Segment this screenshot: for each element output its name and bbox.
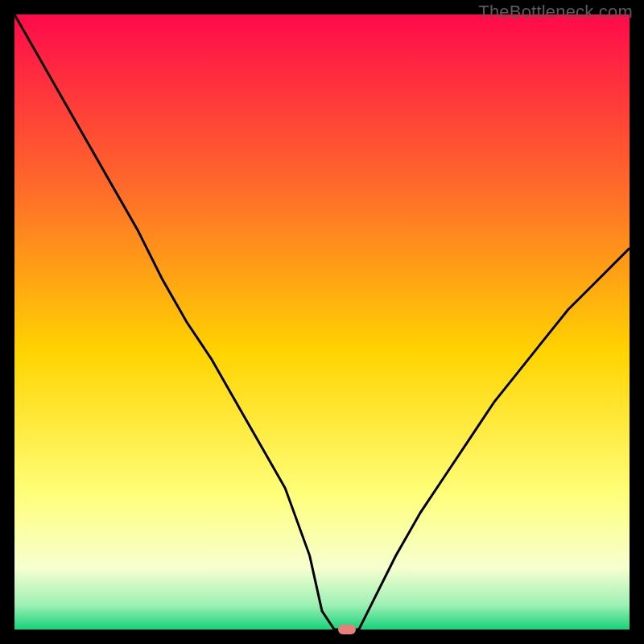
bottleneck-chart (14, 14, 630, 630)
chart-frame: TheBottleneck.com (0, 0, 644, 644)
watermark-text: TheBottleneck.com (478, 2, 633, 23)
optimal-point-marker (338, 625, 356, 634)
gradient-background (14, 14, 630, 630)
